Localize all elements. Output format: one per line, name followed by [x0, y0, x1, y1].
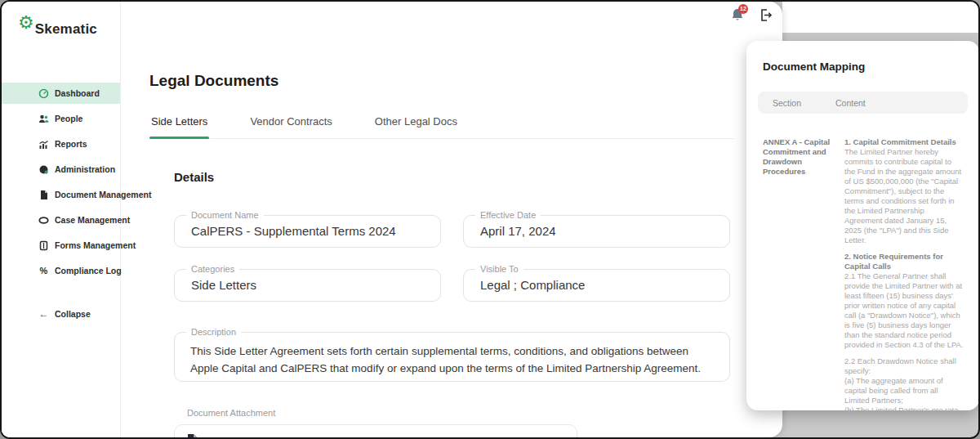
sidebar-item-forms-management[interactable]: Forms Management	[2, 235, 120, 256]
bar-chart-icon	[38, 139, 49, 150]
mapping-panel-title: Document Mapping	[763, 60, 865, 73]
tab-vendor-contracts[interactable]: Vendor Contracts	[248, 110, 333, 138]
main-window: ⚙ Skematic Dashboard People	[2, 2, 782, 437]
categories-field[interactable]: Categories Side Letters	[174, 269, 441, 302]
sidebar-item-label: People	[55, 114, 82, 123]
mapping-content-cell: 1. Capital Commitment Details The Limite…	[844, 137, 965, 410]
sidebar-item-dashboard[interactable]: Dashboard	[2, 83, 120, 104]
effective-date-field[interactable]: Effective Date April 17, 2024	[463, 215, 730, 248]
sidebar-item-compliance-log[interactable]: % Compliance Log	[2, 260, 120, 281]
percent-icon: %	[38, 266, 49, 276]
categories-label: Categories	[186, 264, 239, 274]
mapping-table-header: Section Content	[758, 92, 968, 114]
arrow-left-icon: ←	[38, 309, 49, 320]
mapping-table-row: ANNEX A - Capital Commitment and Drawdow…	[763, 137, 965, 410]
mapping-section-cell: ANNEX A - Capital Commitment and Drawdow…	[763, 137, 835, 410]
logo-text: Skematic	[35, 21, 97, 38]
background-strip	[782, 2, 980, 33]
sidebar-item-label: Administration	[55, 164, 115, 174]
sidebar-item-label: Collapse	[55, 309, 91, 319]
sidebar-item-administration[interactable]: Administration	[2, 159, 120, 180]
details-section-title: Details	[174, 170, 214, 184]
sidebar-item-document-management[interactable]: Document Management	[2, 184, 120, 205]
document-name-value: CalPERS - Supplemental Terms 2024	[175, 216, 440, 247]
logout-icon[interactable]	[759, 8, 773, 23]
case-oval-icon	[38, 215, 49, 226]
visible-to-field[interactable]: Visible To Legal ; Compliance	[463, 269, 730, 302]
description-label: Description	[186, 327, 241, 337]
effective-date-label: Effective Date	[475, 210, 541, 220]
forms-clipboard-icon	[38, 240, 49, 251]
sidebar-nav: Dashboard People Reports	[2, 83, 120, 329]
document-icon	[38, 190, 49, 200]
sidebar-item-label: Reports	[55, 139, 87, 149]
document-mapping-panel: Document Mapping Section Content ANNEX A…	[746, 41, 979, 410]
tab-side-letters[interactable]: Side Letters	[149, 110, 209, 138]
sidebar: ⚙ Skematic Dashboard People	[2, 2, 121, 437]
notifications-bell-icon[interactable]: 12	[730, 7, 746, 24]
content-block: 2.2 Each Drawdown Notice shall specify: …	[844, 356, 964, 410]
description-field[interactable]: Description This Side Letter Agreement s…	[174, 332, 730, 382]
sidebar-item-label: Dashboard	[55, 88, 100, 98]
notification-badge: 12	[738, 4, 748, 14]
content-column-header: Content	[835, 98, 968, 108]
sidebar-collapse-button[interactable]: ← Collapse	[2, 303, 120, 325]
page-title: Legal Documents	[149, 72, 278, 90]
logo: ⚙ Skematic	[2, 2, 120, 38]
tab-other-legal-docs[interactable]: Other Legal Docs	[373, 110, 459, 138]
active-tab-underline	[149, 137, 209, 139]
gauge-icon	[38, 88, 49, 99]
tab-bar: Side Letters Vendor Contracts Other Lega…	[149, 110, 734, 139]
people-icon	[38, 114, 49, 124]
attachment-file-name: CalPERS - Supplemental Terms 2024.pdf	[204, 436, 399, 438]
file-icon	[186, 433, 198, 437]
sidebar-item-label: Case Management	[55, 215, 130, 225]
effective-date-value: April 17, 2024	[464, 216, 729, 247]
section-column-header: Section	[758, 98, 835, 108]
categories-value: Side Letters	[175, 270, 440, 301]
sidebar-item-reports[interactable]: Reports	[2, 133, 120, 155]
app-frame: ⚙ Skematic Dashboard People	[0, 0, 980, 439]
content-block: 2. Notice Requirements for Capital Calls…	[844, 252, 964, 350]
document-name-label: Document Name	[186, 210, 264, 220]
visible-to-value: Legal ; Compliance	[464, 270, 729, 301]
document-attachment-box[interactable]: CalPERS - Supplemental Terms 2024.pdf	[174, 424, 577, 437]
visible-to-label: Visible To	[475, 264, 523, 274]
gear-logo-icon: ⚙	[18, 15, 34, 31]
document-attachment-label: Document Attachment	[187, 408, 275, 418]
content-block: 1. Capital Commitment Details The Limite…	[844, 137, 964, 245]
description-value: This Side Letter Agreement sets forth ce…	[175, 333, 729, 377]
sidebar-item-label: Compliance Log	[55, 266, 122, 275]
sidebar-item-label: Document Management	[55, 190, 151, 199]
admin-circle-icon	[38, 164, 49, 175]
document-name-field[interactable]: Document Name CalPERS - Supplemental Ter…	[174, 215, 441, 248]
sidebar-item-people[interactable]: People	[2, 108, 120, 129]
sidebar-item-case-management[interactable]: Case Management	[2, 209, 120, 231]
sidebar-item-label: Forms Management	[55, 240, 136, 250]
